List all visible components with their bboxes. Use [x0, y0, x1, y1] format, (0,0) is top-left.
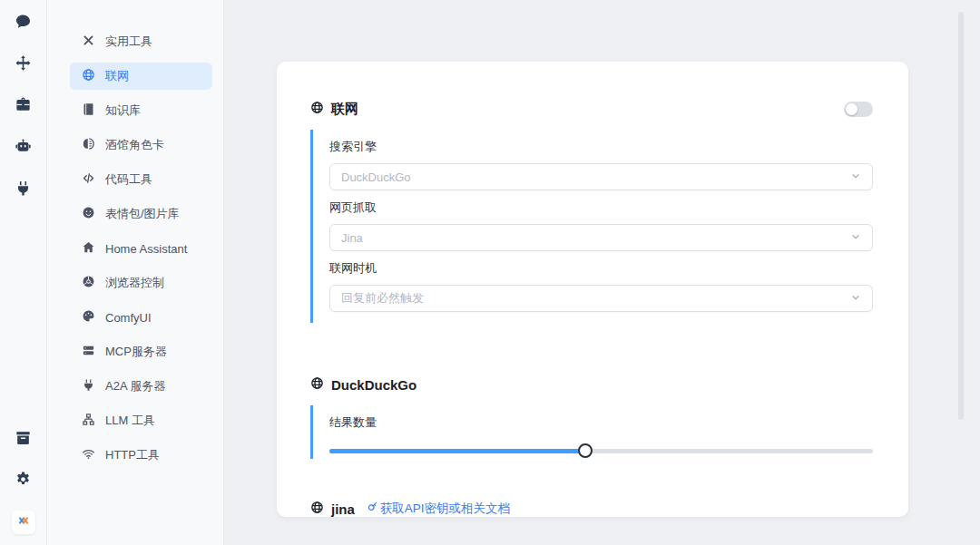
network-section-header: 联网 [310, 100, 873, 118]
sidebar-item-label: A2A 服务器 [105, 378, 165, 394]
globe-icon [310, 501, 324, 517]
api-key-doc-link[interactable]: 获取API密钥或相关文档 [366, 501, 510, 517]
sidebar-item-label: LLM 工具 [105, 413, 155, 429]
web-scrape-label: 网页抓取 [329, 190, 873, 224]
network-timing-label: 联网时机 [329, 251, 873, 285]
code-icon [82, 171, 95, 188]
plug-icon [82, 378, 95, 394]
vertical-scrollbar-thumb[interactable] [958, 12, 964, 420]
main-content: 联网 搜索引擎 DuckDuckGo 网页抓取 Jina 联网时机 回复前必然触… [224, 0, 980, 545]
sidebar-item-label: HTTP工具 [105, 447, 160, 463]
group-bottom-pad [329, 312, 873, 323]
chat-icon [15, 13, 32, 34]
sidebar-item-utility-tools[interactable]: 实用工具 [70, 28, 212, 55]
sitemap-icon [82, 413, 95, 429]
globe-icon [310, 101, 324, 117]
results-slider-fill [329, 449, 585, 453]
move-arrows-icon [15, 54, 32, 75]
sidebar-item-label: 联网 [105, 68, 129, 84]
sidebar-item-label: 酒馆角色卡 [105, 137, 164, 153]
search-engine-label: 搜索引擎 [329, 130, 873, 163]
sidebar-item-label: 知识库 [105, 102, 141, 119]
plug-button[interactable] [12, 178, 35, 201]
sidebar-item-comfyui[interactable]: ComfyUI [70, 304, 212, 331]
sidebar-item-label: 表情包/图片库 [105, 206, 180, 222]
network-timing-select[interactable]: 回复前必然触发 [329, 285, 873, 312]
settings-card: 联网 搜索引擎 DuckDuckGo 网页抓取 Jina 联网时机 回复前必然触… [277, 62, 908, 517]
network-section-title: 联网 [331, 101, 358, 118]
browser-icon [82, 275, 95, 291]
settings-gear-icon [15, 471, 32, 491]
palette-icon [82, 309, 95, 326]
tools-icon [82, 34, 95, 50]
chevron-down-icon [850, 231, 861, 245]
sidebar-item-label: 代码工具 [105, 171, 152, 188]
sidebar-item-mcp-server[interactable]: MCP服务器 [70, 338, 212, 365]
sidebar-item-a2a-server[interactable]: A2A 服务器 [70, 373, 212, 400]
app-logo[interactable] [12, 511, 35, 534]
result-count-label: 结果数量 [329, 405, 873, 439]
api-key-doc-link-label: 获取API密钥或相关文档 [380, 501, 510, 517]
app-logo-icon [16, 513, 31, 531]
duckduckgo-settings-group: 结果数量 [310, 405, 873, 459]
results-slider-handle[interactable] [578, 443, 593, 458]
web-scrape-select[interactable]: Jina [329, 224, 873, 251]
archive-button[interactable] [12, 427, 35, 451]
sidebar-item-tavern-character-card[interactable]: 酒馆角色卡 [70, 131, 212, 159]
jina-section-header: jina 获取API密钥或相关文档 [310, 500, 873, 517]
search-engine-select[interactable]: DuckDuckGo [329, 163, 873, 190]
robot-icon [15, 138, 32, 159]
network-settings-group: 搜索引擎 DuckDuckGo 网页抓取 Jina 联网时机 回复前必然触发 [310, 130, 873, 323]
sidebar-item-llm-tools[interactable]: LLM 工具 [70, 407, 212, 434]
sidebar-item-emoji-image-library[interactable]: 表情包/图片库 [70, 200, 212, 228]
character-card-icon [82, 137, 95, 153]
chevron-down-icon [850, 292, 861, 306]
network-timing-value: 回复前必然触发 [341, 290, 424, 307]
web-scrape-value: Jina [341, 231, 363, 245]
sidebar-item-networking[interactable]: 联网 [70, 63, 212, 90]
sidebar-item-code-tools[interactable]: 代码工具 [70, 166, 212, 193]
book-icon [82, 102, 95, 119]
duckduckgo-section-title: DuckDuckGo [331, 377, 416, 393]
search-engine-value: DuckDuckGo [341, 170, 411, 184]
robot-button[interactable] [12, 136, 35, 160]
move-button[interactable] [12, 53, 35, 76]
server-icon [82, 344, 95, 360]
plug-icon [15, 180, 32, 200]
chevron-down-icon [850, 170, 861, 184]
emoji-icon [82, 206, 95, 222]
home-icon [82, 240, 95, 257]
app-window: 实用工具 联网 知识库 酒馆角色卡 代码工具 表情包/图片库 Home Assi… [0, 0, 980, 545]
sidebar-item-home-assistant[interactable]: Home Assistant [70, 235, 212, 262]
sidebar-item-label: MCP服务器 [105, 344, 167, 360]
icon-rail [0, 0, 47, 545]
results-slider[interactable] [329, 443, 873, 459]
archive-box-icon [15, 429, 32, 450]
wifi-icon [82, 447, 95, 463]
toggle-knob [846, 103, 858, 115]
sidebar-item-label: 浏览器控制 [105, 275, 164, 291]
tools-sidebar: 实用工具 联网 知识库 酒馆角色卡 代码工具 表情包/图片库 Home Assi… [47, 0, 224, 545]
sidebar-item-knowledge-base[interactable]: 知识库 [70, 97, 212, 124]
sidebar-item-http-tools[interactable]: HTTP工具 [70, 442, 212, 469]
sidebar-item-label: ComfyUI [105, 311, 152, 325]
sidebar-item-browser-control[interactable]: 浏览器控制 [70, 269, 212, 297]
toolbox-icon [15, 96, 32, 117]
chat-button[interactable] [12, 11, 35, 34]
duckduckgo-section-header: DuckDuckGo [310, 375, 873, 394]
sidebar-item-label: Home Assistant [105, 242, 187, 256]
sidebar-item-label: 实用工具 [105, 34, 152, 50]
globe-icon [82, 68, 95, 84]
settings-button[interactable] [12, 469, 35, 492]
globe-icon [310, 376, 324, 393]
network-toggle[interactable] [844, 102, 873, 117]
toolbox-button[interactable] [12, 94, 35, 118]
key-icon [366, 501, 377, 516]
jina-section-title: jina [331, 501, 355, 517]
